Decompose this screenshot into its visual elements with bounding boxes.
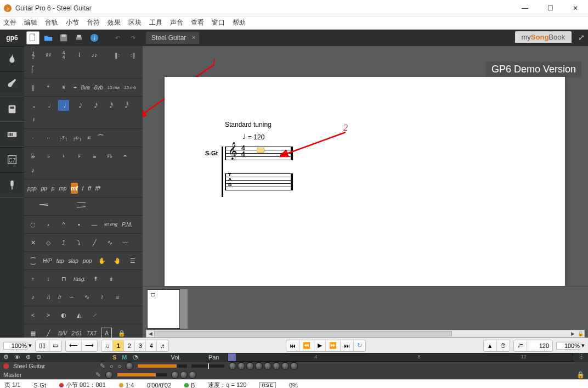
repeat-open-button[interactable]: ‖: (112, 49, 123, 60)
grace-button[interactable]: ♪ (27, 165, 38, 176)
tenuto-button[interactable]: ― (89, 219, 100, 230)
lock-button[interactable]: 🔒 (116, 328, 127, 338)
track-row-master[interactable]: Master ✎ 🔒 (0, 370, 588, 379)
ottava-button[interactable]: 8va (81, 82, 90, 93)
layout-screen-button[interactable]: ▭ (49, 340, 61, 351)
scroll-right-icon[interactable]: ▶ (569, 330, 576, 337)
rasgueado-button[interactable]: rasg. (74, 273, 86, 284)
insert-knobs[interactable] (229, 362, 298, 370)
save-file-button[interactable] (57, 31, 70, 44)
track-row-1[interactable]: Steel Guitar ✎ ○ ○ (0, 362, 588, 370)
arpeggio-down-button[interactable]: ↡ (105, 273, 116, 284)
dyn-mf-button[interactable]: mf (71, 183, 77, 194)
eq-knob[interactable] (126, 362, 133, 370)
text-button[interactable]: TXT (87, 328, 97, 338)
menu-view[interactable]: 查看 (191, 18, 204, 27)
doublesharp-button[interactable]: 𝄪 (89, 150, 100, 161)
doubleflat-button[interactable]: 𝄫 (27, 150, 38, 161)
quindicesima-button[interactable]: 15 ma (108, 82, 120, 93)
tuplet-button[interactable]: ┌3┐ (58, 132, 68, 143)
coda-button[interactable]: 𝄌 (43, 82, 54, 93)
tremolo-button[interactable]: ≋ (87, 132, 91, 143)
zoom-left-input[interactable] (3, 342, 27, 350)
crescendo-button[interactable] (27, 201, 60, 212)
sixteenth-note-button[interactable]: 𝅘𝅥𝅯 (89, 100, 100, 111)
forward-button[interactable]: ⏩ (326, 340, 341, 351)
tremolo-pick-button[interactable]: ≡ (112, 291, 123, 302)
dyn-fff-button[interactable]: fff (95, 183, 100, 194)
turn-button[interactable]: ∽ (66, 291, 77, 302)
fermata-div-button[interactable]: ÷ (74, 82, 77, 93)
window-maximize-button[interactable]: ☐ (538, 0, 563, 16)
timer-button[interactable]: 2:51 (71, 328, 82, 338)
tremolo-bar-button[interactable]: ⤵ (74, 237, 84, 248)
menu-tool[interactable]: 工具 (149, 18, 162, 27)
dyn-p-button[interactable]: p (52, 183, 55, 194)
bend-button[interactable]: ⤴ (58, 237, 69, 248)
hp-button[interactable]: H/P (43, 255, 52, 266)
trill-button[interactable]: tr (58, 291, 61, 302)
score-canvas[interactable]: GP6 Demo Version 1 Standard tuning ♩= 12… (143, 46, 588, 286)
volume-slider[interactable] (138, 364, 187, 368)
flat-button[interactable]: ♭ (43, 150, 54, 161)
panel-effects-icon[interactable] (0, 97, 24, 122)
track-add-icon[interactable]: ⊕ (26, 353, 31, 361)
print-button[interactable] (72, 31, 86, 44)
menu-help[interactable]: 帮助 (233, 18, 246, 27)
pan-slider[interactable] (191, 364, 224, 368)
nav-prev-button[interactable]: ⟵ (66, 340, 82, 351)
layout-page-button[interactable]: ▯▯ (36, 340, 49, 351)
document-tab[interactable]: Steel Guitar ✕ (146, 32, 199, 44)
natural-button[interactable]: ♮ (58, 150, 69, 161)
grace-before-button[interactable]: ♪ (27, 291, 38, 302)
voice-1-button[interactable]: 1 (113, 340, 124, 351)
ottava-bassa-button[interactable]: 8vb (94, 82, 103, 93)
volume-swell-button[interactable]: ◐ (58, 310, 69, 320)
segno-button[interactable]: 𝄋 (58, 82, 69, 93)
master-edit-icon[interactable]: ✎ (95, 371, 101, 379)
harmonic-button[interactable]: ◇ (43, 237, 54, 248)
barre-button[interactable]: ☰ (127, 255, 138, 266)
timeline-options-icon[interactable]: ⋮ (579, 353, 585, 361)
note-cursor[interactable] (257, 148, 264, 153)
panel-chords-icon[interactable]: C7 (0, 147, 24, 172)
freetime-button[interactable]: ⌇ (74, 49, 84, 60)
dyn-ppp-button[interactable]: ppp (27, 183, 37, 194)
whole-note-button[interactable]: 𝅝 (27, 100, 38, 111)
fade-in-button[interactable]: < (27, 310, 38, 320)
dbl-bar-button[interactable]: ‖ (27, 82, 38, 93)
panel-edition-icon[interactable] (0, 46, 24, 71)
quindicesima-bassa-button[interactable]: 15 mb (124, 82, 136, 93)
dyn-pp-button[interactable]: pp (41, 183, 47, 194)
zoom-right-input[interactable] (556, 342, 580, 350)
let-ring-button[interactable]: let ring (104, 219, 117, 230)
tempo-group[interactable]: ♩= (513, 340, 553, 352)
triplet-feel-button[interactable]: ♪♪ (89, 49, 100, 60)
rest-button[interactable]: 𝄽 (27, 114, 38, 125)
dead-note-button[interactable]: ✕ (27, 237, 38, 248)
metronome-button[interactable]: ▲ (484, 340, 497, 351)
open-file-button[interactable] (42, 31, 55, 44)
section-button[interactable]: A (101, 328, 112, 338)
chord-diagram-button[interactable]: ▦ (27, 328, 38, 338)
window-minimize-button[interactable]: — (512, 0, 538, 16)
accidental-toggle-button[interactable]: ♯♭ (104, 150, 115, 161)
thirtysecond-note-button[interactable]: 𝅘𝅥𝅰 (104, 100, 115, 111)
dot-button[interactable]: · (27, 132, 38, 143)
quarter-note-button[interactable]: 𝅘𝅥 (58, 100, 69, 111)
horizontal-scrollbar[interactable]: ◀ ▶ 🔒 (146, 330, 585, 338)
mysongbook-button[interactable]: mySongBook (515, 31, 572, 43)
fullscreen-icon[interactable]: ⤢ (578, 33, 585, 42)
pop-button[interactable]: pop (83, 255, 92, 266)
eighth-note-button[interactable]: 𝅘𝅥𝅮 (74, 100, 84, 111)
solo-toggle[interactable]: ○ (110, 363, 114, 369)
decrescendo-button[interactable] (65, 201, 98, 212)
timeline-ruler[interactable]: 1 4 8 12 (228, 353, 573, 362)
first-button[interactable]: ⏮ (286, 340, 299, 351)
tempo-input[interactable] (530, 342, 549, 349)
voice-all-button[interactable]: ♬ (157, 340, 168, 351)
dyn-ff-button[interactable]: ff (88, 183, 91, 194)
track-color-icon[interactable] (3, 363, 9, 369)
nav-next-button[interactable]: ⟶ (82, 340, 97, 351)
rewind-button[interactable]: ⏪ (299, 340, 314, 351)
